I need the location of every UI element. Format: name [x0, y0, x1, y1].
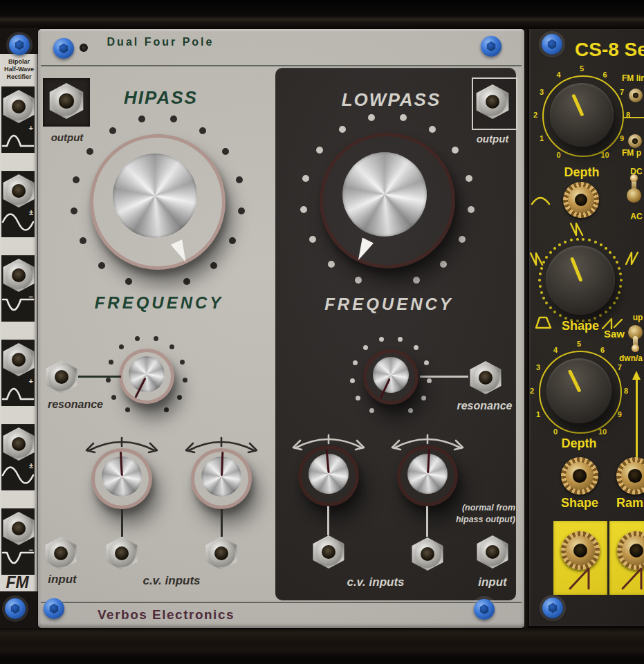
- hipass-frequency-label: FREQUENCY: [76, 293, 242, 313]
- lowpass-input-label: input: [461, 575, 524, 589]
- lowpass-resonance-knob[interactable]: [363, 349, 418, 405]
- cs8-depth-top-jack[interactable]: [563, 182, 599, 218]
- cs8-title: CS-8 Se: [575, 39, 644, 61]
- modular-synth-rack-photo: Bipolar Half-Wave Rectifier +±−+±− FM Du…: [0, 0, 644, 664]
- hipass-title: HIPASS: [111, 87, 211, 109]
- rectifier-section: +: [1, 86, 35, 153]
- rectifier-jack[interactable]: [1, 89, 36, 124]
- polarity-sign: ±: [29, 208, 33, 216]
- hipass-frequency-knob[interactable]: [90, 134, 226, 270]
- cs8-shape-cv-jack[interactable]: [561, 457, 598, 495]
- cs8-module: CS-8 Se 012345678910 Depth FM lin FM p D…: [529, 29, 644, 626]
- brand-label: Verbos Electronics: [86, 607, 246, 622]
- cs8-ramp-out-jack[interactable]: [617, 531, 644, 570]
- fm-lin-jack[interactable]: [629, 89, 643, 102]
- fm-label: FM: [0, 573, 35, 592]
- hipass-output-jack[interactable]: [48, 82, 85, 120]
- hipass-resonance-knob[interactable]: [119, 349, 174, 404]
- lowpass-output-label: output: [465, 133, 520, 145]
- cs8-shape-out-jack[interactable]: [561, 531, 600, 570]
- lowpass-title: LOWPASS: [341, 89, 441, 111]
- lowpass-cv1-attenuator-knob[interactable]: [298, 445, 359, 506]
- cs8-depth-bottom-label: Depth: [551, 436, 607, 451]
- mounting-screw: [474, 599, 495, 620]
- ramp-wave-icon: [567, 565, 597, 591]
- fm-p-label: FM p: [622, 148, 644, 158]
- lowpass-frequency-knob[interactable]: [320, 133, 455, 268]
- lowpass-frequency-label: FREQUENCY: [308, 295, 470, 314]
- hipass-cv2-jack[interactable]: [204, 536, 239, 571]
- mounting-screw: [542, 34, 562, 55]
- rectifier-section: ±: [1, 171, 35, 237]
- lowpass-cv2-attenuator-knob[interactable]: [397, 445, 458, 506]
- hipass-output-label: output: [39, 131, 95, 143]
- polarity-sign: +: [29, 377, 33, 385]
- cv-link-line: [221, 509, 223, 537]
- fm-p-jack[interactable]: [628, 134, 642, 148]
- hipass-input-jack[interactable]: [44, 536, 78, 571]
- lowpass-input-jack[interactable]: [475, 535, 510, 569]
- lowpass-resonance-jack[interactable]: [468, 360, 503, 395]
- rack-rail-top: [0, 0, 644, 29]
- mounting-screw: [44, 598, 64, 619]
- lowpass-output-jack[interactable]: [475, 84, 510, 120]
- hipass-resonance-jack[interactable]: [44, 360, 79, 394]
- lowpass-input-note: (normal from hipass output): [423, 502, 515, 526]
- resonance-link-line: [420, 376, 468, 378]
- cs8-depth-top-knob[interactable]: [550, 83, 614, 147]
- polarity-sign: +: [29, 124, 33, 132]
- module-title: Dual Four Pole: [102, 36, 219, 48]
- hipass-cv-inputs-label: c.v. inputs: [127, 574, 217, 588]
- dial-link-line: [623, 117, 644, 118]
- cv-link-line: [121, 509, 123, 537]
- rectifier-jack[interactable]: [1, 258, 36, 293]
- rectifier-section: −: [1, 255, 35, 322]
- cs8-shape-jack-label: Shape: [555, 496, 604, 510]
- divider: [41, 602, 522, 603]
- mounting-screw: [542, 598, 563, 618]
- fm-lin-label: FM lin: [622, 73, 644, 83]
- hipass-cv1-attenuator-knob[interactable]: [91, 448, 152, 509]
- up-label: up: [629, 313, 644, 322]
- saw-label: Saw: [601, 328, 627, 340]
- trapezoid-wave-icon: [535, 315, 553, 330]
- rack-rail-bottom: [0, 626, 644, 664]
- rectifier-module-title: Bipolar Half-Wave Rectifier: [0, 58, 38, 81]
- hipass-resonance-label: resonance: [38, 398, 113, 411]
- up-arrow-line: [636, 379, 638, 468]
- polarity-sign: −: [29, 293, 33, 301]
- rectifier-jack[interactable]: [1, 174, 36, 208]
- lowpass-resonance-label: resonance: [445, 400, 524, 412]
- ramp-down-icon: [569, 221, 586, 238]
- rectifier-jack[interactable]: [1, 427, 36, 461]
- hump-wave-icon: [531, 191, 551, 206]
- rectifier-section: −: [1, 508, 35, 575]
- cv-link-line: [327, 506, 329, 535]
- rectifier-module-panel: Bipolar Half-Wave Rectifier +±−+±− FM: [0, 28, 38, 628]
- lowpass-cv1-jack[interactable]: [311, 535, 346, 569]
- mounting-screw: [9, 35, 30, 55]
- cs8-ramp-cv-jack[interactable]: [616, 457, 644, 495]
- cs8-depth-bottom-knob[interactable]: [546, 358, 611, 423]
- lowpass-cv-inputs-label: c.v. inputs: [334, 575, 417, 589]
- hipass-cv1-jack[interactable]: [104, 536, 139, 571]
- cs8-shape-knob-label: Shape: [556, 319, 605, 333]
- ac-label: AC: [626, 212, 644, 221]
- hipass-input-label: input: [38, 573, 86, 587]
- polarity-sign: −: [29, 546, 33, 554]
- rectifier-jack[interactable]: [1, 342, 36, 377]
- rectifier-section: ±: [1, 424, 35, 490]
- mounting-screw: [5, 598, 26, 619]
- cs8-ramp-jack-label: Ram: [616, 496, 644, 510]
- rectifier-section: +: [1, 340, 35, 406]
- hipass-cv2-attenuator-knob[interactable]: [191, 448, 252, 509]
- ramp-wave-icon: [619, 565, 644, 591]
- rectifier-jack[interactable]: [1, 511, 36, 546]
- polarity-sign: ±: [29, 461, 33, 470]
- lowpass-cv2-jack[interactable]: [410, 537, 445, 571]
- cs8-shape-knob[interactable]: [546, 246, 615, 315]
- divider: [41, 65, 522, 66]
- dual-four-pole-module: Dual Four Pole output HIPASS FREQUENCY r…: [38, 29, 524, 628]
- cs8-depth-top-label: Depth: [554, 165, 609, 180]
- dwn-label: dwn/a: [619, 353, 644, 363]
